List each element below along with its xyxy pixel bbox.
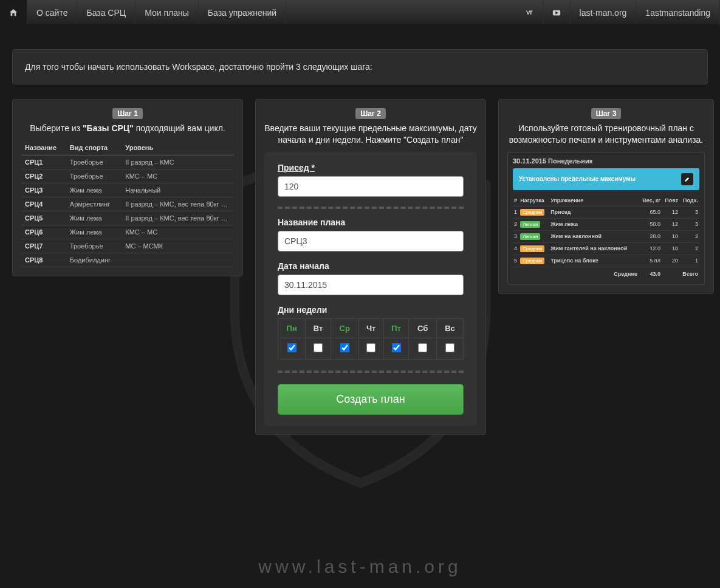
- day-header: Ср: [331, 318, 358, 338]
- plan-row: 5СредняяТрицепс на блоке5 пл201: [513, 255, 699, 267]
- home-icon: [9, 9, 18, 17]
- plan-row: 2ЛегкаяЖим лежа50.0123: [513, 218, 699, 230]
- create-plan-button[interactable]: Создать план: [278, 384, 464, 415]
- plan-name-input[interactable]: [278, 231, 464, 251]
- nav-home[interactable]: [0, 0, 27, 25]
- edit-icon: [684, 176, 690, 182]
- nav-my-plans[interactable]: Мои планы: [135, 0, 199, 25]
- day-checkbox[interactable]: [418, 343, 427, 352]
- nav-exercise-base[interactable]: База упражнений: [199, 0, 286, 25]
- day-checkbox[interactable]: [366, 343, 375, 352]
- squat-input[interactable]: [278, 176, 464, 197]
- step1-badge: Шаг 1: [112, 108, 143, 119]
- days-table: ПнВтСрЧтПтСбВс: [278, 318, 464, 360]
- nav-about[interactable]: О сайте: [27, 0, 77, 25]
- plan-row: 3ЛегкаяЖим на наклонной28.0102: [513, 230, 699, 242]
- table-row[interactable]: СРЦ4АрмрестлингII разряд – КМС, вес тела…: [21, 197, 234, 211]
- date-input[interactable]: [278, 275, 464, 295]
- plan-row: 1СредняяПрисед65.0123: [513, 206, 699, 218]
- table-row[interactable]: СРЦ1ТроеборьеII разряд – КМС: [21, 155, 234, 169]
- create-plan-form: Присед * Название плана Дата начала Дни …: [264, 152, 477, 426]
- step1-panel: Шаг 1 Выберите из "Базы СРЦ" подходящий …: [12, 99, 243, 276]
- step1-desc: Выберите из "Базы СРЦ" подходящий вам ци…: [21, 123, 234, 134]
- footer-url: www.last-man.org: [0, 556, 720, 577]
- nav-username[interactable]: 1astmanstanding: [636, 0, 720, 25]
- plan-date: 30.11.2015 Понедельник: [513, 157, 699, 165]
- day-checkbox[interactable]: [392, 343, 401, 352]
- src-table: Название Вид спорта Уровень СРЦ1Троеборь…: [21, 140, 234, 267]
- day-header: Сб: [409, 318, 437, 338]
- table-row[interactable]: СРЦ2ТроеборьеКМС – МС: [21, 169, 234, 183]
- top-navbar: О сайте База СРЦ Мои планы База упражнен…: [0, 0, 720, 25]
- day-checkbox[interactable]: [314, 343, 323, 352]
- table-row[interactable]: СРЦ7ТроеборьеМС – МСМК: [21, 239, 234, 253]
- plan-preview: 30.11.2015 Понедельник Установлены преде…: [507, 152, 705, 285]
- plan-table: # Нагрузка Упражнение Вес, кг Повт Подх.…: [513, 195, 699, 279]
- edit-max-button[interactable]: [681, 173, 693, 185]
- day-checkbox[interactable]: [445, 343, 454, 352]
- divider: [278, 371, 464, 373]
- max-banner: Установлены предельные максимумы: [513, 168, 699, 190]
- squat-label: Присед *: [278, 163, 464, 173]
- col-level: Уровень: [122, 140, 234, 156]
- day-header: Чт: [358, 318, 383, 338]
- nav-site-link[interactable]: last-man.org: [571, 0, 637, 25]
- step3-badge: Шаг 3: [591, 108, 622, 119]
- day-checkbox[interactable]: [340, 343, 349, 352]
- table-row[interactable]: СРЦ5Жим лежаII разряд – КМС, вес тела 80…: [21, 211, 234, 225]
- table-row[interactable]: СРЦ8Бодибилдинг: [21, 253, 234, 267]
- date-label: Дата начала: [278, 261, 464, 271]
- step2-panel: Шаг 2 Введите ваши текущие предельные ма…: [255, 99, 486, 435]
- step3-desc: Используйте готовый тренировочный план с…: [507, 123, 705, 146]
- intro-banner: Для того чтобы начать использовать Works…: [12, 49, 708, 84]
- vk-icon: [525, 9, 533, 17]
- plan-name-label: Название плана: [278, 217, 464, 227]
- days-label: Дни недели: [278, 305, 464, 315]
- col-name: Название: [21, 140, 66, 156]
- nav-youtube[interactable]: [543, 0, 571, 25]
- step2-badge: Шаг 2: [355, 108, 386, 119]
- step2-desc: Введите ваши текущие предельные максимум…: [264, 123, 477, 146]
- divider: [278, 207, 464, 209]
- table-row[interactable]: СРЦ3Жим лежаНачальный: [21, 183, 234, 197]
- nav-vk[interactable]: [516, 0, 543, 25]
- col-sport: Вид спорта: [66, 140, 122, 156]
- nav-src-base[interactable]: База СРЦ: [77, 0, 135, 25]
- table-row[interactable]: СРЦ6Жим лежаКМС – МС: [21, 225, 234, 239]
- day-checkbox[interactable]: [287, 343, 297, 352]
- day-header: Вт: [306, 318, 331, 338]
- day-header: Вс: [436, 318, 463, 338]
- day-header: Пн: [278, 318, 306, 338]
- plan-row: 4СредняяЖим гантелей на наклонной12.0102: [513, 242, 699, 255]
- youtube-icon: [552, 9, 561, 17]
- step3-panel: Шаг 3 Используйте готовый тренировочный …: [498, 99, 714, 294]
- day-header: Пт: [383, 318, 409, 338]
